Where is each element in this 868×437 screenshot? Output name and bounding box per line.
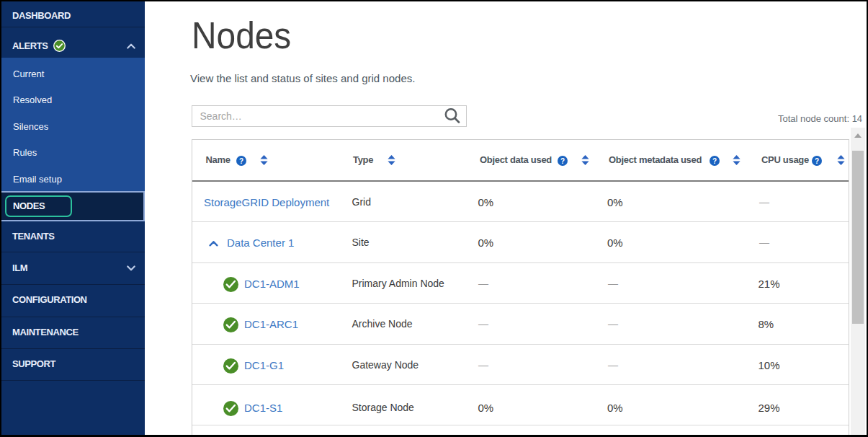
- svg-text:?: ?: [560, 156, 564, 164]
- svg-text:?: ?: [815, 156, 819, 164]
- svg-text:?: ?: [712, 156, 716, 164]
- svg-text:?: ?: [238, 156, 243, 164]
